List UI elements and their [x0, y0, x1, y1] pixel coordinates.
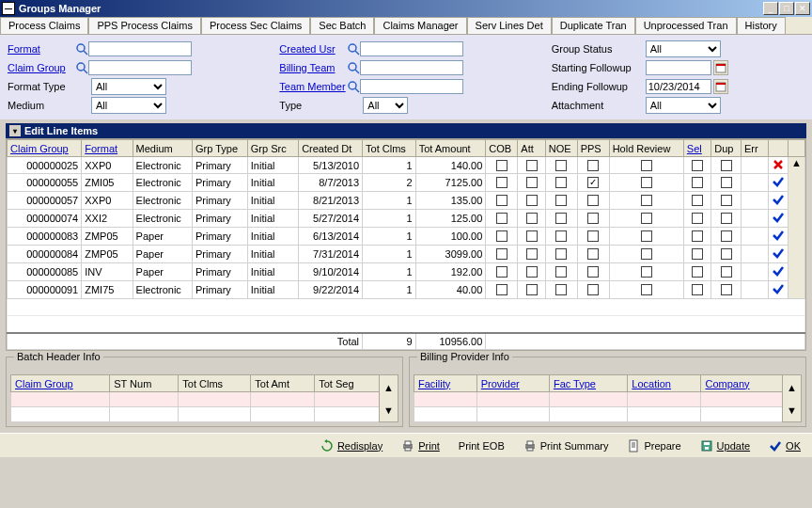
redisplay-button[interactable]: Redisplay	[317, 437, 386, 454]
row-status-icon[interactable]	[769, 228, 788, 246]
hold-review-checkbox[interactable]	[641, 177, 652, 188]
dup-checkbox[interactable]	[721, 266, 732, 278]
calendar-icon[interactable]	[713, 79, 728, 94]
row-status-icon[interactable]	[769, 210, 788, 228]
print-button[interactable]: Print	[398, 437, 444, 454]
sel-checkbox[interactable]	[692, 266, 703, 278]
search-icon[interactable]	[347, 42, 360, 56]
col-noe[interactable]: NOE	[545, 140, 577, 157]
att-checkbox[interactable]	[526, 195, 538, 206]
update-button[interactable]: Update	[696, 437, 754, 454]
bp-company[interactable]: Company	[701, 375, 783, 392]
print-summary-button[interactable]: Print Summary	[520, 437, 613, 454]
tab-claims-manager[interactable]: Claims Manager	[374, 17, 466, 34]
tab-serv-lines-det[interactable]: Serv Lines Det	[467, 17, 552, 34]
cob-checkbox[interactable]	[496, 195, 508, 206]
table-row[interactable]: 000000074XXI2ElectronicPrimaryInitial5/2…	[8, 210, 805, 228]
att-checkbox[interactable]	[526, 213, 538, 224]
pps-checkbox[interactable]	[587, 177, 599, 188]
att-checkbox[interactable]	[526, 248, 538, 260]
search-icon[interactable]	[75, 42, 88, 56]
noe-checkbox[interactable]	[555, 177, 567, 188]
pps-checkbox[interactable]	[587, 230, 599, 242]
noe-checkbox[interactable]	[555, 160, 567, 171]
table-row[interactable]: 000000083ZMP05PaperPrimaryInitial6/13/20…	[8, 228, 805, 246]
created-usr-label[interactable]: Created Usr	[279, 43, 347, 55]
table-row[interactable]: 000000055ZMI05ElectronicPrimaryInitial8/…	[8, 174, 805, 192]
bh-st-num[interactable]: ST Num	[110, 375, 179, 392]
billing-team-input[interactable]	[360, 60, 463, 75]
noe-checkbox[interactable]	[555, 284, 567, 295]
sel-checkbox[interactable]	[692, 248, 703, 260]
hold-review-checkbox[interactable]	[641, 248, 652, 260]
medium-select[interactable]: All	[91, 97, 166, 114]
bh-claim-group[interactable]: Claim Group	[11, 375, 110, 392]
table-row[interactable]: 000000084ZMP05PaperPrimaryInitial7/31/20…	[8, 246, 805, 263]
table-row[interactable]	[414, 392, 802, 407]
col-created-dt[interactable]: Created Dt	[299, 140, 363, 157]
row-status-icon[interactable]	[769, 174, 788, 192]
col-err[interactable]: Err	[741, 140, 768, 157]
noe-checkbox[interactable]	[555, 195, 567, 206]
group-status-select[interactable]: All	[646, 40, 721, 57]
col-tot-clms[interactable]: Tot Clms	[363, 140, 416, 157]
table-row[interactable]	[414, 407, 802, 422]
noe-checkbox[interactable]	[555, 230, 567, 242]
hold-review-checkbox[interactable]	[641, 195, 652, 206]
search-icon[interactable]	[347, 61, 360, 74]
bh-tot-clms[interactable]: Tot Clms	[179, 375, 251, 392]
team-member-input[interactable]	[360, 79, 463, 94]
attachment-select[interactable]: All	[646, 97, 721, 114]
team-member-label[interactable]: Team Member	[279, 81, 347, 92]
dup-checkbox[interactable]	[721, 284, 732, 295]
minimize-button[interactable]: _	[763, 2, 778, 15]
table-row[interactable]	[11, 407, 398, 422]
bh-tot-amt[interactable]: Tot Amt	[251, 375, 315, 392]
billing-team-label[interactable]: Billing Team	[279, 62, 347, 73]
hold-review-checkbox[interactable]	[641, 160, 652, 171]
tab-process-claims[interactable]: Process Claims	[0, 17, 88, 34]
att-checkbox[interactable]	[526, 266, 538, 278]
dup-checkbox[interactable]	[721, 213, 732, 224]
col-medium[interactable]: Medium	[133, 140, 192, 157]
col-dup[interactable]: Dup	[711, 140, 742, 157]
att-checkbox[interactable]	[526, 230, 538, 242]
starting-followup-input[interactable]	[646, 60, 711, 75]
pps-checkbox[interactable]	[587, 284, 599, 295]
hold-review-checkbox[interactable]	[641, 213, 652, 224]
scrollbar[interactable]: ▲	[788, 157, 804, 299]
cob-checkbox[interactable]	[496, 266, 508, 278]
bh-tot-seg[interactable]: Tot Seg	[315, 375, 380, 392]
prepare-button[interactable]: Prepare	[623, 437, 684, 454]
sel-checkbox[interactable]	[692, 160, 703, 171]
ok-button[interactable]: OK	[765, 437, 804, 454]
sel-checkbox[interactable]	[692, 230, 703, 242]
row-status-icon[interactable]	[769, 263, 788, 281]
tab-process-sec-claims[interactable]: Process Sec Claims	[201, 17, 310, 34]
row-status-icon[interactable]	[769, 192, 788, 210]
pps-checkbox[interactable]	[587, 213, 599, 224]
dup-checkbox[interactable]	[721, 160, 732, 171]
cob-checkbox[interactable]	[496, 213, 508, 224]
tab-pps-process-claims[interactable]: PPS Process Claims	[88, 17, 200, 34]
pps-checkbox[interactable]	[587, 266, 599, 278]
sel-checkbox[interactable]	[692, 213, 703, 224]
maximize-button[interactable]: □	[779, 2, 794, 15]
search-icon[interactable]	[75, 61, 88, 74]
hold-review-checkbox[interactable]	[641, 266, 652, 278]
att-checkbox[interactable]	[526, 284, 538, 295]
noe-checkbox[interactable]	[555, 248, 567, 260]
bp-location[interactable]: Location	[628, 375, 701, 392]
dup-checkbox[interactable]	[721, 195, 732, 206]
claim-group-input[interactable]	[88, 60, 192, 75]
col-att[interactable]: Att	[518, 140, 545, 157]
tab-sec-batch[interactable]: Sec Batch	[310, 17, 374, 34]
format-label[interactable]: Format	[8, 43, 75, 55]
sel-checkbox[interactable]	[692, 195, 703, 206]
noe-checkbox[interactable]	[555, 266, 567, 278]
dup-checkbox[interactable]	[721, 230, 732, 242]
cob-checkbox[interactable]	[496, 177, 508, 188]
table-row[interactable]: 000000085INVPaperPrimaryInitial9/10/2014…	[8, 263, 805, 281]
grid-menu-icon[interactable]: ▾	[9, 125, 21, 136]
row-status-icon[interactable]	[769, 246, 788, 263]
